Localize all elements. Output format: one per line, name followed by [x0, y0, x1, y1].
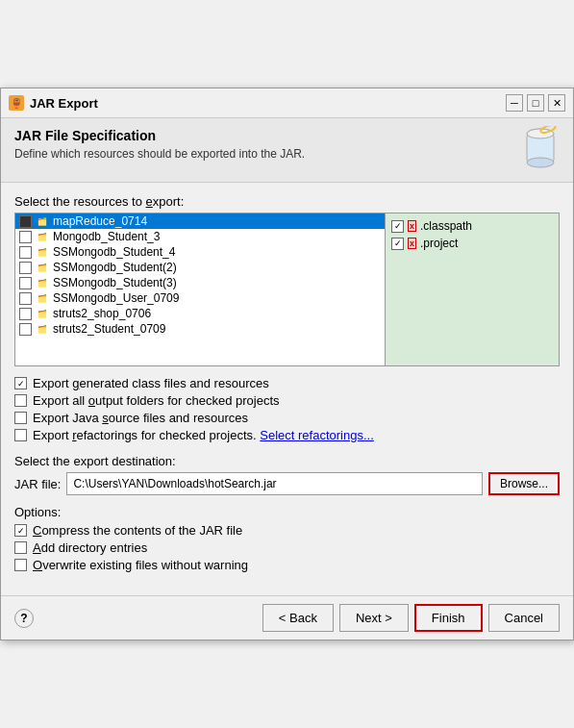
window-title: JAR Export	[30, 96, 98, 111]
next-button[interactable]: Next >	[339, 604, 409, 632]
add-directory-label: Add directory entries	[33, 540, 147, 555]
item-label: .project	[420, 237, 458, 250]
right-checkbox[interactable]	[391, 238, 404, 250]
add-directory-checkbox[interactable]	[14, 541, 27, 554]
minimize-button[interactable]: ─	[506, 94, 523, 112]
close-button[interactable]: ✕	[548, 94, 565, 112]
item-checkbox[interactable]	[19, 231, 32, 243]
compress-options-section: Options: Compress the contents of the JA…	[14, 505, 560, 572]
jar-icon-small: 🏺	[9, 95, 24, 111]
option-row: Export Java source files and resources	[14, 411, 560, 425]
destination-section: Select the export destination: JAR file:…	[14, 454, 560, 495]
project-icon: 🗂️	[36, 291, 49, 305]
option-row: Compress the contents of the JAR file	[14, 523, 560, 538]
item-checkbox[interactable]	[19, 308, 32, 320]
option-row: Export all output folders for checked pr…	[14, 393, 560, 408]
export-source-checkbox[interactable]	[14, 412, 27, 424]
resources-section: Select the resources to export: 🗂️ mapRe…	[14, 194, 560, 366]
list-item[interactable]: 🗂️ struts2_Student_0709	[15, 321, 385, 337]
item-checkbox[interactable]	[19, 262, 32, 274]
list-item[interactable]: 🗂️ Mongodb_Student_3	[15, 229, 385, 244]
list-item[interactable]: x .project	[389, 235, 555, 252]
jar-file-label: JAR file:	[14, 477, 61, 491]
item-checkbox[interactable]	[19, 277, 32, 289]
option-row: Export refactorings for checked projects…	[14, 428, 560, 442]
list-item[interactable]: 🗂️ SSMongodb_Student(2)	[15, 260, 385, 275]
cancel-button[interactable]: Cancel	[488, 604, 560, 632]
help-button[interactable]: ?	[14, 609, 34, 628]
overwrite-label: Overwrite existing files without warning	[33, 558, 248, 572]
item-checkbox[interactable]	[19, 323, 32, 336]
item-label: SSMongodb_User_0709	[53, 291, 179, 305]
destination-label: Select the export destination:	[14, 454, 560, 468]
bottom-buttons: < Back Next > Finish Cancel	[262, 604, 560, 632]
list-item[interactable]: 🗂️ SSMongodb_Student_4	[15, 244, 385, 260]
project-icon: 🗂️	[36, 322, 49, 336]
export-refactoring-checkbox[interactable]	[14, 429, 27, 441]
list-item[interactable]: 🗂️ SSMongodb_User_0709	[15, 290, 385, 306]
x-file-icon: x	[408, 220, 416, 232]
item-label: SSMongodb_Student(2)	[53, 261, 177, 274]
item-checkbox[interactable]	[19, 215, 32, 228]
item-label: .classpath	[420, 219, 472, 233]
back-button[interactable]: < Back	[262, 604, 334, 632]
option-row: Add directory entries	[14, 540, 560, 555]
section-desc: Define which resources should be exporte…	[14, 147, 560, 161]
list-item[interactable]: 🗂️ mapReduce_0714	[15, 213, 385, 229]
jar-decorative-icon	[521, 126, 560, 164]
item-checkbox[interactable]	[19, 292, 32, 305]
jar-export-window: 🏺 JAR Export ─ □ ✕ JAR File Specificatio…	[0, 88, 574, 640]
svg-point-2	[527, 158, 554, 167]
option-row: Overwrite existing files without warning	[14, 558, 560, 572]
option-row: Export generated class files and resourc…	[14, 376, 560, 390]
bottom-bar: ? < Back Next > Finish Cancel	[1, 595, 573, 640]
browse-button[interactable]: Browse...	[488, 472, 560, 495]
item-label: mapReduce_0714	[53, 214, 147, 228]
finish-button[interactable]: Finish	[414, 604, 483, 632]
project-icon: 🗂️	[36, 245, 49, 259]
project-icon: 🗂️	[36, 307, 49, 320]
title-bar-controls: ─ □ ✕	[506, 94, 565, 112]
item-label: SSMongodb_Student_4	[53, 245, 175, 259]
item-label: SSMongodb_Student(3)	[53, 276, 177, 289]
export-classes-checkbox[interactable]	[14, 377, 27, 389]
export-refactoring-label: Export refactorings for checked projects…	[33, 428, 374, 442]
select-refactorings-link[interactable]: Select refactorings...	[260, 428, 374, 442]
compress-checkbox[interactable]	[14, 524, 27, 537]
resources-label: Select the resources to export:	[14, 194, 560, 209]
project-icon: 🗂️	[36, 261, 49, 274]
export-output-label: Export all output folders for checked pr…	[33, 393, 280, 408]
jar-file-input[interactable]	[66, 472, 483, 495]
section-title: JAR File Specification	[14, 128, 560, 143]
project-icon: 🗂️	[36, 214, 49, 228]
export-classes-label: Export generated class files and resourc…	[33, 376, 269, 390]
title-bar: 🏺 JAR Export ─ □ ✕	[1, 88, 573, 118]
left-pane[interactable]: 🗂️ mapReduce_0714 🗂️ Mongodb_Student_3 🗂…	[15, 213, 386, 365]
item-label: struts2_shop_0706	[53, 307, 151, 320]
item-label: struts2_Student_0709	[53, 322, 165, 336]
overwrite-checkbox[interactable]	[14, 559, 27, 571]
project-icon: 🗂️	[36, 276, 49, 289]
right-pane[interactable]: x .classpath x .project	[386, 213, 559, 365]
export-source-label: Export Java source files and resources	[33, 411, 248, 425]
list-item[interactable]: x .classpath	[389, 217, 555, 235]
export-output-checkbox[interactable]	[14, 394, 27, 407]
list-item[interactable]: 🗂️ SSMongodb_Student(3)	[15, 275, 385, 290]
restore-button[interactable]: □	[527, 94, 544, 112]
item-label: Mongodb_Student_3	[53, 230, 160, 243]
export-options-section: Export generated class files and resourc…	[14, 376, 560, 442]
title-bar-left: 🏺 JAR Export	[9, 95, 98, 111]
list-item[interactable]: 🗂️ struts2_shop_0706	[15, 306, 385, 321]
resources-panes: 🗂️ mapReduce_0714 🗂️ Mongodb_Student_3 🗂…	[14, 213, 560, 366]
options-title: Options:	[14, 505, 560, 519]
item-checkbox[interactable]	[19, 246, 32, 259]
header-area: JAR File Specification Define which reso…	[1, 118, 573, 183]
main-content: Select the resources to export: 🗂️ mapRe…	[1, 183, 573, 595]
compress-label: Compress the contents of the JAR file	[33, 523, 242, 538]
x-file-icon: x	[408, 238, 416, 249]
project-icon: 🗂️	[36, 230, 49, 243]
destination-row: JAR file: Browse...	[14, 472, 560, 495]
right-checkbox[interactable]	[391, 220, 404, 233]
